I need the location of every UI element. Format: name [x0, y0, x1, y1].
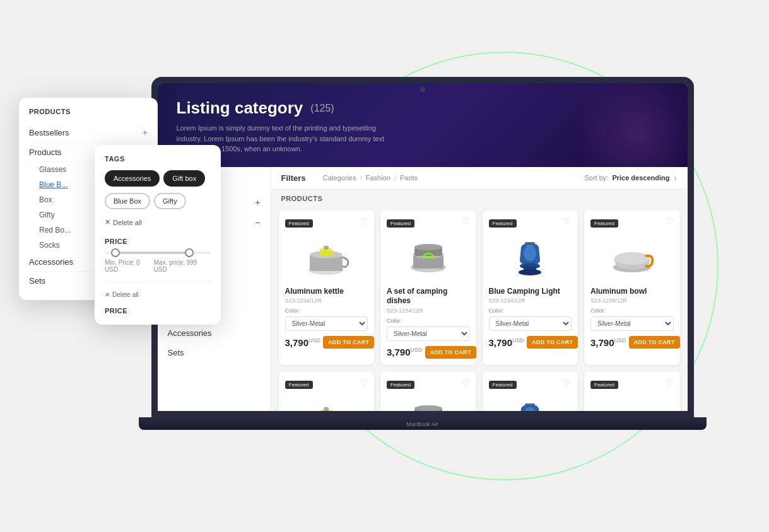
color-select-2[interactable]: Silver-Metal: [387, 327, 470, 341]
color-label-3: Color:: [489, 308, 572, 314]
color-select-4[interactable]: Silver-Metal: [590, 316, 674, 331]
scene: Listing category (125) Lorem Ipsum is si…: [0, 0, 769, 532]
sort-area: Sort by: Price descending ↓: [585, 173, 678, 182]
sidebar-item-sets[interactable]: Sets: [158, 343, 271, 362]
price-row-2: 3,790USD ADD TO CART: [387, 346, 470, 359]
wishlist-btn-6[interactable]: ♡: [462, 378, 470, 388]
price-4: 3,790USD: [590, 337, 626, 348]
price-2: 3,790USD: [387, 347, 423, 357]
aluminum-kettle-image: [301, 237, 351, 281]
add-to-cart-btn-4[interactable]: ADD TO CART: [629, 336, 680, 349]
tag-accessories[interactable]: Accessories: [105, 170, 160, 187]
lower-price-heading: PRICE: [105, 307, 211, 315]
product-name-3: Blue Camping Light: [489, 287, 572, 297]
aluminum-bowl-image-2: [607, 398, 657, 411]
tag-giftbox[interactable]: Gift box: [163, 170, 205, 187]
product-image-6: [387, 395, 470, 411]
laptop-label: MacBook Air: [406, 421, 438, 427]
product-card-4: Featured ♡: [584, 210, 680, 365]
panel-item-bestsellers[interactable]: Bestsellers +: [29, 123, 148, 142]
product-name-4: Aluminum bowl: [590, 287, 674, 297]
product-sku-2: S23-1234/12R: [387, 308, 470, 314]
featured-badge-5: Featured: [285, 381, 313, 389]
featured-badge-4: Featured: [590, 219, 618, 228]
price-thumb-max[interactable]: [185, 248, 194, 257]
plus-icon: +: [255, 197, 260, 207]
breadcrumb-categories[interactable]: Categories: [323, 174, 356, 182]
aluminum-kettle-image-2: [301, 398, 351, 411]
breadcrumb-fashion[interactable]: Fashion: [366, 174, 390, 182]
featured-badge-3: Featured: [489, 219, 517, 228]
panel-heading-products: PRODUCTS: [29, 108, 148, 115]
products-section-label: PRODUCTS: [271, 190, 688, 205]
minus-icon: −: [255, 217, 260, 228]
product-card-2: Featured ♡: [380, 210, 476, 365]
tags-panel: TAGS Accessories Gift box Blue Box Gifty…: [95, 145, 221, 325]
min-price-label: Min. Price: 0 USD: [105, 259, 154, 273]
lower-delete-btn[interactable]: ✕ Delete all: [105, 289, 211, 301]
wishlist-btn-5[interactable]: ♡: [360, 378, 368, 388]
product-image-3: [489, 234, 572, 284]
featured-badge-2: Featured: [387, 219, 414, 228]
panel-label-products: Products: [29, 147, 61, 157]
product-sku-1: S23-1234/12R: [285, 298, 368, 304]
delete-all-label: Delete all: [113, 219, 142, 226]
svg-point-16: [614, 252, 650, 265]
price-range-labels: Min. Price: 0 USD Max. price: 999 USD: [105, 259, 211, 273]
page-title: Listing category: [177, 98, 303, 118]
wishlist-btn-8[interactable]: ♡: [666, 378, 674, 388]
price-slider-fill: [115, 252, 190, 254]
add-to-cart-btn-3[interactable]: ADD TO CART: [527, 336, 578, 349]
color-select-3[interactable]: Silver-Metal: [489, 316, 572, 331]
screen-header: Listing category (125) Lorem Ipsum is si…: [158, 83, 688, 167]
sidebar-item-accessories[interactable]: Accessories: [158, 323, 271, 343]
featured-badge-8: Featured: [590, 381, 618, 389]
sort-value[interactable]: Price descending: [612, 174, 669, 182]
camping-dishes-image: [403, 237, 454, 281]
product-sku-3: S23-1234/12R: [489, 298, 572, 304]
sort-icon[interactable]: ↓: [674, 173, 678, 182]
panel-label-sets: Sets: [29, 276, 45, 286]
tag-gifty[interactable]: Gifty: [154, 193, 186, 209]
tag-bluebox[interactable]: Blue Box: [105, 193, 150, 209]
product-card-5: Featured ♡: [279, 371, 375, 411]
product-image-2: [387, 234, 470, 284]
color-label-1: Color:: [285, 308, 368, 314]
svg-point-9: [414, 244, 442, 250]
blue-camping-light-image-2: [505, 398, 555, 411]
product-card-7: Featured ♡: [483, 371, 578, 411]
panel-plus-icon: +: [143, 127, 148, 137]
x-icon: ✕: [105, 218, 110, 226]
add-to-cart-btn-2[interactable]: ADD TO CART: [425, 346, 476, 359]
color-label-4: Color:: [590, 308, 674, 314]
product-card-8: Featured ♡: [584, 371, 680, 411]
laptop-camera: [420, 87, 425, 92]
color-label-2: Color:: [387, 318, 470, 324]
price-section: PRICE Min. Price: 0 USD Max. price: 999 …: [105, 238, 211, 273]
svg-point-14: [524, 246, 536, 261]
featured-badge-1: Featured: [285, 219, 313, 228]
breadcrumb-pants[interactable]: Pants: [400, 174, 418, 182]
screen-content: Listing category (125) Lorem Ipsum is si…: [158, 83, 688, 411]
wishlist-btn-7[interactable]: ♡: [563, 378, 572, 388]
camping-dishes-image-2: [403, 398, 454, 411]
svg-rect-21: [324, 407, 329, 411]
max-price-label: Max. price: 999 USD: [154, 259, 211, 273]
screen-main: PRODUCTS Bestsellers + Products − Glasse…: [158, 167, 688, 412]
color-select-1[interactable]: Silver-Metal: [285, 316, 368, 331]
product-image-4: [590, 234, 674, 284]
wishlist-btn-3[interactable]: ♡: [563, 216, 572, 226]
price-row-1: 3,790USD ADD TO CART: [285, 336, 368, 349]
product-grid: Featured ♡: [271, 205, 688, 412]
wishlist-btn-1[interactable]: ♡: [360, 216, 368, 226]
product-image-7: [489, 395, 572, 411]
wishlist-btn-2[interactable]: ♡: [462, 216, 470, 226]
price-row-3: 3,790USD ADD TO CART: [489, 336, 572, 349]
add-to-cart-btn-1[interactable]: ADD TO CART: [323, 336, 374, 349]
wishlist-btn-4[interactable]: ♡: [666, 216, 674, 226]
breadcrumb-sep1: /: [360, 174, 362, 182]
delete-all-btn[interactable]: ✕ Delete all: [105, 216, 211, 229]
tags-row-2: Blue Box Gifty: [105, 193, 211, 209]
price-3: 3,790USD: [489, 337, 525, 348]
price-thumb-min[interactable]: [111, 248, 120, 257]
